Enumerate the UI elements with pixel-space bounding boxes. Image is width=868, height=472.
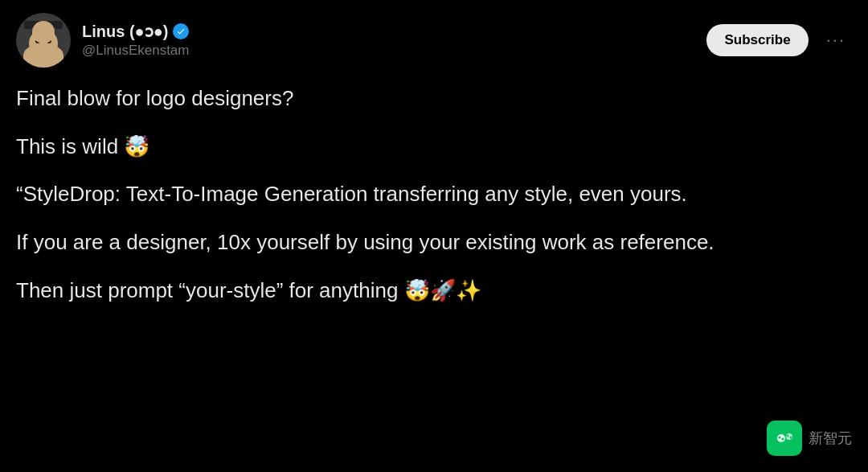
tweet-container: Linus (●ↄ●) @LinusEkenstam Subscribe ···… xyxy=(0,0,868,322)
svg-point-6 xyxy=(41,45,46,48)
avatar[interactable] xyxy=(16,13,71,68)
svg-point-2 xyxy=(29,29,58,58)
svg-point-12 xyxy=(790,437,792,439)
svg-point-9 xyxy=(779,437,781,439)
verified-badge-icon xyxy=(173,23,189,39)
header-right: Subscribe ··· xyxy=(706,24,852,56)
svg-point-7 xyxy=(777,434,785,442)
username: @LinusEkenstam xyxy=(82,43,190,59)
svg-point-3 xyxy=(31,47,56,63)
svg-rect-0 xyxy=(24,21,63,29)
svg-point-5 xyxy=(47,39,51,43)
svg-point-4 xyxy=(35,39,40,43)
header-left: Linus (●ↄ●) @LinusEkenstam xyxy=(16,13,190,68)
tweet-line-2: This is wild 🤯 xyxy=(16,132,852,162)
more-options-button[interactable]: ··· xyxy=(820,27,852,54)
display-name-row: Linus (●ↄ●) xyxy=(82,22,190,41)
svg-point-11 xyxy=(787,435,789,437)
watermark-logo-icon xyxy=(767,421,802,456)
tweet-line-5: Then just prompt “your-style” for anythi… xyxy=(16,276,852,306)
tweet-header: Linus (●ↄ●) @LinusEkenstam Subscribe ··· xyxy=(16,13,852,68)
tweet-line-1: Final blow for logo designers? xyxy=(16,84,852,114)
tweet-line-4: If you are a designer, 10x yourself by u… xyxy=(16,228,852,258)
display-name: Linus (●ↄ●) xyxy=(82,22,168,41)
tweet-body: Final blow for logo designers? This is w… xyxy=(16,80,852,306)
watermark-text: 新智元 xyxy=(809,429,852,448)
tweet-line-3: “StyleDrop: Text-To-Image Generation tra… xyxy=(16,179,852,210)
svg-point-10 xyxy=(782,438,784,441)
user-info: Linus (●ↄ●) @LinusEkenstam xyxy=(82,22,190,59)
subscribe-button[interactable]: Subscribe xyxy=(706,24,808,56)
watermark: 新智元 xyxy=(767,421,852,456)
